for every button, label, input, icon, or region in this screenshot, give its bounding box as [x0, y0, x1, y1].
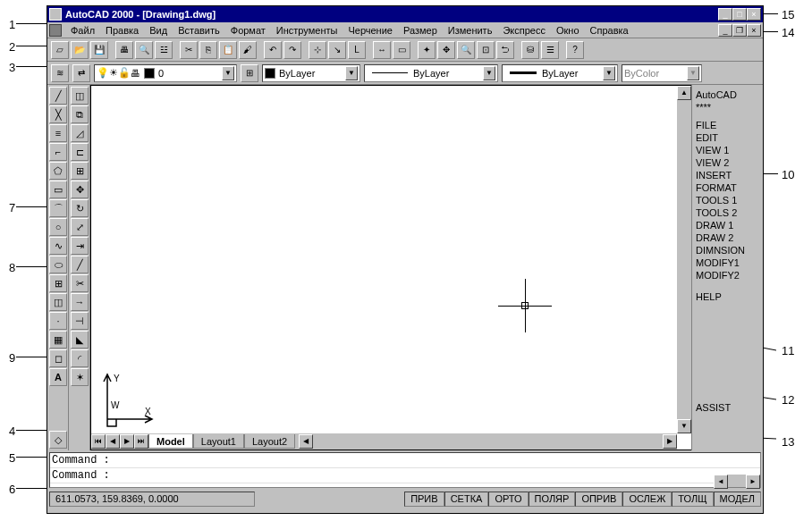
model-toggle[interactable]: МОДЕЛ	[714, 492, 761, 507]
osnap-toggle[interactable]: ОПРИВ	[575, 492, 622, 507]
snapfrom-icon[interactable]: ⊹	[309, 41, 326, 59]
pan-icon[interactable]: ✥	[437, 41, 455, 59]
dropdown-icon[interactable]: ▼	[345, 66, 358, 80]
insert-icon[interactable]: ⊞	[49, 274, 67, 292]
menu-edit[interactable]: Правка	[100, 25, 144, 36]
copy-icon[interactable]: ⎘	[199, 41, 217, 59]
fillet-icon[interactable]: ◜	[71, 349, 89, 367]
ellipse-icon[interactable]: ⬭	[49, 256, 67, 273]
command-input[interactable]: Command :	[50, 468, 760, 483]
lineweight-combo[interactable]: ByLayer ▼	[502, 64, 618, 82]
doc-icon[interactable]	[49, 24, 62, 37]
side-draw1[interactable]: DRAW 1	[696, 219, 759, 231]
mline-icon[interactable]: ≡	[49, 124, 67, 142]
side-draw2[interactable]: DRAW 2	[696, 231, 759, 244]
command-window[interactable]: Command : Command : ◀ ▶	[49, 452, 761, 488]
lwt-toggle[interactable]: ТОЛЩ	[672, 492, 713, 507]
erase-icon[interactable]: ◫	[71, 87, 89, 105]
help-icon[interactable]: ?	[566, 41, 584, 59]
grid-toggle[interactable]: СЕТКА	[444, 492, 489, 507]
scroll-up-icon[interactable]: ▲	[677, 86, 691, 100]
menu-window[interactable]: Окно	[551, 25, 585, 36]
side-insert[interactable]: INSERT	[696, 169, 759, 181]
scroll-left-icon[interactable]: ◀	[299, 434, 313, 449]
lengthen-icon[interactable]: ╱	[71, 256, 89, 273]
side-modify2[interactable]: MODIFY2	[696, 269, 759, 282]
tab-first-icon[interactable]: ⏮	[91, 434, 106, 449]
trim-icon[interactable]: ✂	[71, 274, 89, 292]
temptrack-icon[interactable]: ↘	[328, 41, 346, 59]
side-tools2[interactable]: TOOLS 2	[696, 206, 759, 219]
offset-icon[interactable]: ⊏	[71, 143, 89, 161]
doc-close-button[interactable]: ×	[747, 24, 761, 37]
tab-layout2[interactable]: Layout2	[244, 434, 295, 449]
menu-modify[interactable]: Изменить	[443, 25, 498, 36]
hatch-icon[interactable]: ▦	[49, 331, 67, 349]
properties-icon[interactable]: ☰	[541, 41, 559, 59]
minimize-button[interactable]: _	[718, 8, 732, 21]
zoom-win-icon[interactable]: ⊡	[477, 41, 495, 59]
tab-layout1[interactable]: Layout1	[193, 434, 244, 449]
doc-minimize-button[interactable]: _	[718, 24, 732, 37]
side-dimension[interactable]: DIMNSION	[696, 244, 759, 256]
side-assist[interactable]: ASSIST	[696, 401, 759, 414]
scroll-right-icon[interactable]: ▶	[663, 434, 677, 449]
explode-icon[interactable]: ✶	[71, 368, 89, 386]
menu-express[interactable]: Экспресс	[497, 25, 551, 36]
chamfer-icon[interactable]: ◣	[71, 331, 89, 349]
side-edit[interactable]: EDIT	[696, 131, 759, 144]
mirror-icon[interactable]: ◿	[71, 124, 89, 142]
paint-icon[interactable]: ◇	[49, 431, 67, 449]
menu-dimension[interactable]: Размер	[398, 25, 443, 36]
doc-restore-button[interactable]: ❐	[732, 24, 747, 37]
matchprop-icon[interactable]: 🖌	[239, 41, 257, 59]
side-format[interactable]: FORMAT	[696, 181, 759, 194]
menu-draw[interactable]: Черчение	[343, 25, 398, 36]
scroll-right-icon[interactable]: ▶	[746, 475, 760, 489]
redo-icon[interactable]: ↷	[283, 41, 301, 59]
close-button[interactable]: ×	[747, 8, 761, 21]
dropdown-icon[interactable]: ▼	[483, 66, 495, 80]
scroll-down-icon[interactable]: ▼	[677, 419, 691, 433]
find-icon[interactable]: ☳	[155, 41, 173, 59]
scale-icon[interactable]: ⤢	[71, 218, 89, 236]
save-icon[interactable]: 💾	[90, 41, 108, 59]
drawing-area[interactable]: ▲ ▼ Y X W ⏮ ◀ ▶ ⏭ Model Layout1 Layout2 …	[90, 85, 691, 450]
tab-model[interactable]: Model	[148, 434, 193, 449]
menu-format[interactable]: Формат	[225, 25, 271, 36]
coordinates[interactable]: 611.0573, 159.8369, 0.0000	[49, 492, 255, 507]
layer-combo[interactable]: 💡 ☀ 🔓 🖶 0 ▼	[94, 64, 237, 82]
extend-icon[interactable]: →	[71, 293, 89, 311]
cut-icon[interactable]: ✂	[180, 41, 198, 59]
preview-icon[interactable]: 🔍	[135, 41, 153, 59]
otrack-toggle[interactable]: ОСЛЕЖ	[622, 492, 672, 507]
menu-help[interactable]: Справка	[585, 25, 634, 36]
zoom-prev-icon[interactable]: ⮌	[496, 41, 514, 59]
spline-icon[interactable]: ∿	[49, 237, 67, 255]
paste-icon[interactable]: 📋	[219, 41, 237, 59]
side-modify1[interactable]: MODIFY1	[696, 256, 759, 269]
polygon-icon[interactable]: ⬠	[49, 162, 67, 180]
side-view2[interactable]: VIEW 2	[696, 156, 759, 169]
snap-toggle[interactable]: ПРИВ	[404, 492, 444, 507]
stretch-icon[interactable]: ⇥	[71, 237, 89, 255]
dropdown-icon[interactable]: ▼	[222, 66, 234, 80]
print-icon[interactable]: 🖶	[115, 41, 133, 59]
make-layer-icon[interactable]: ≋	[51, 64, 69, 82]
open-icon[interactable]: 📂	[71, 41, 89, 59]
color-combo[interactable]: ByLayer ▼	[262, 64, 360, 82]
menu-tools[interactable]: Инструменты	[271, 25, 343, 36]
line-icon[interactable]: ╱	[49, 87, 67, 105]
tab-prev-icon[interactable]: ◀	[106, 434, 120, 449]
side-view1[interactable]: VIEW 1	[696, 144, 759, 156]
dbconnect-icon[interactable]: ⛁	[521, 41, 539, 59]
menu-view[interactable]: Вид	[144, 25, 173, 36]
menu-file[interactable]: Файл	[65, 25, 100, 36]
dropdown-icon[interactable]: ▼	[603, 66, 615, 80]
rotate-icon[interactable]: ↻	[71, 199, 89, 217]
new-icon[interactable]: ▱	[51, 41, 69, 59]
undo-icon[interactable]: ↶	[264, 41, 282, 59]
region-icon[interactable]: ◻	[49, 349, 67, 367]
side-help[interactable]: HELP	[696, 290, 759, 303]
circle-icon[interactable]: ○	[49, 218, 67, 236]
